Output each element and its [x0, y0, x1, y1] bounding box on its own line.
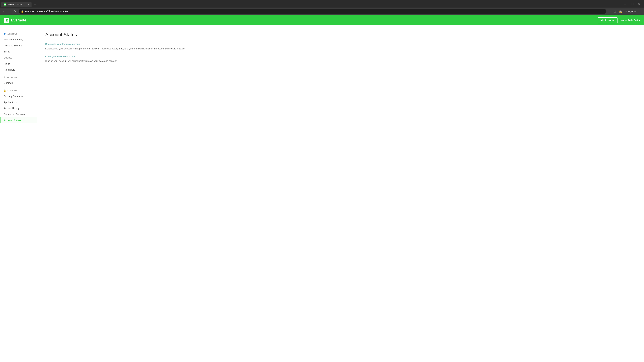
account-section-label: 👤 ACCOUNT — [0, 31, 37, 36]
tab-favicon — [4, 3, 6, 6]
sidebar-item-devices[interactable]: Devices — [0, 55, 37, 61]
sidebar-item-upgrade[interactable]: Upgrade — [0, 80, 37, 86]
app-header: Evernote Go to notes Lauren Dale Deli ▾ — [0, 15, 644, 25]
sidebar-item-billing[interactable]: Billing — [0, 49, 37, 55]
back-button[interactable]: ‹ — [2, 9, 6, 14]
app-body: 👤 ACCOUNT Account Summary Personal Setti… — [0, 25, 644, 362]
get-more-section-icon: ⬆ — [3, 76, 5, 79]
lock-icon: 🔒 — [21, 10, 24, 13]
header-right: Go to notes Lauren Dale Deli ▾ — [598, 17, 640, 23]
active-tab[interactable]: Account Status × — [1, 2, 32, 7]
incognito-label: Incognito — [624, 9, 636, 13]
deactivate-section: Deactivate your Evernote account Deactiv… — [45, 43, 636, 50]
browser-toolbar: ‹ › ↻ 🔒 ☆ ⊡ 🕵️ Incognito ⋮ — [0, 7, 644, 15]
svg-rect-1 — [4, 5, 6, 5]
close-section: Close your Evernote account Closing your… — [45, 55, 636, 63]
tab-close-button[interactable]: × — [28, 3, 29, 6]
sidebar-toggle-icon[interactable]: ⊡ — [613, 9, 617, 14]
logo-icon — [4, 17, 10, 23]
logo-text: Evernote — [11, 18, 26, 22]
address-bar-container[interactable]: 🔒 — [18, 9, 606, 14]
sidebar-item-account-summary[interactable]: Account Summary — [0, 36, 37, 42]
deactivate-link[interactable]: Deactivate your Evernote account — [45, 43, 636, 45]
browser-chrome: Account Status × + — ❐ ✕ ‹ › ↻ 🔒 ☆ ⊡ 🕵️ … — [0, 0, 644, 15]
new-tab-button[interactable]: + — [32, 1, 38, 7]
tab-title: Account Status — [8, 3, 26, 6]
main-content: Account Status Deactivate your Evernote … — [37, 25, 644, 362]
sidebar-item-access-history[interactable]: Access History — [0, 105, 37, 111]
incognito-icon: 🕵️ — [618, 9, 623, 14]
close-description: Closing your account will permanently re… — [45, 59, 636, 63]
account-section-icon: 👤 — [3, 33, 6, 35]
sidebar-item-account-status[interactable]: Account Status — [0, 117, 37, 123]
sidebar-item-connected-services[interactable]: Connected Services — [0, 111, 37, 117]
sidebar: 👤 ACCOUNT Account Summary Personal Setti… — [0, 25, 37, 362]
close-button[interactable]: ✕ — [636, 2, 643, 6]
get-more-section-text: GET MORE — [7, 76, 17, 78]
browser-menu-button[interactable]: ⋮ — [638, 9, 642, 14]
address-bar[interactable] — [25, 10, 604, 13]
security-section-label: 🔒 SECURITY — [0, 88, 37, 93]
account-section-text: ACCOUNT — [8, 33, 18, 35]
sidebar-item-security-summary[interactable]: Security Summary — [0, 93, 37, 99]
restore-button[interactable]: ❐ — [629, 2, 636, 6]
minimize-button[interactable]: — — [621, 2, 629, 6]
window-controls: — ❐ ✕ — [621, 2, 643, 7]
close-account-link[interactable]: Close your Evernote account — [45, 55, 636, 58]
sidebar-item-personal-settings[interactable]: Personal Settings — [0, 42, 37, 49]
get-more-section-label: ⬆ GET MORE — [0, 75, 37, 80]
go-to-notes-button[interactable]: Go to notes — [598, 17, 618, 23]
toolbar-right: ☆ ⊡ 🕵️ Incognito ⋮ — [608, 9, 642, 14]
user-name: Lauren Dale Deli — [620, 19, 638, 22]
user-menu[interactable]: Lauren Dale Deli ▾ — [620, 19, 640, 22]
incognito-button[interactable]: 🕵️ Incognito — [618, 9, 636, 14]
sidebar-item-reminders[interactable]: Reminders — [0, 67, 37, 73]
sidebar-item-applications[interactable]: Applications — [0, 99, 37, 105]
page-title: Account Status — [45, 32, 636, 37]
security-section-icon: 🔒 — [3, 89, 6, 92]
bookmark-icon[interactable]: ☆ — [608, 9, 612, 14]
deactivate-description: Deactivating your account is not permane… — [45, 47, 636, 50]
app-logo[interactable]: Evernote — [4, 17, 26, 23]
forward-button[interactable]: › — [7, 9, 11, 14]
refresh-button[interactable]: ↻ — [12, 9, 17, 14]
chevron-down-icon: ▾ — [639, 19, 640, 21]
security-section-text: SECURITY — [8, 90, 18, 92]
sidebar-item-profile[interactable]: Profile — [0, 61, 37, 67]
tab-bar: Account Status × + — ❐ ✕ — [0, 0, 644, 7]
